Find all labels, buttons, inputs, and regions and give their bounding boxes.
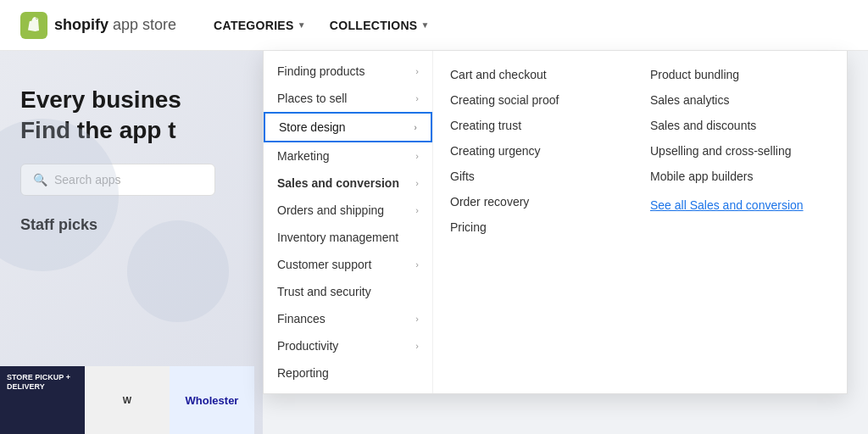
sub-item-see-all-sales[interactable]: See all Sales and conversion <box>650 195 830 215</box>
category-arrow-icon: › <box>415 259 419 270</box>
category-item-finding-products[interactable]: Finding products› <box>264 58 432 85</box>
category-item-marketing[interactable]: Marketing› <box>264 142 432 170</box>
subcategories-col-2: Product bundlingSales analyticsSales and… <box>650 64 830 380</box>
sub-item-gifts[interactable]: Gifts <box>450 166 630 186</box>
sub-item-creating-social-proof[interactable]: Creating social proof <box>450 90 630 110</box>
circle-decoration-2 <box>127 220 229 322</box>
collections-nav-button[interactable]: COLLECTIONS ▼ <box>320 12 440 39</box>
category-arrow-icon: › <box>415 66 419 76</box>
category-item-productivity[interactable]: Productivity› <box>264 332 432 359</box>
category-item-store-design[interactable]: Store design› <box>264 112 432 142</box>
category-label: Places to sell <box>277 92 347 105</box>
hero-title-line1: Every busines <box>20 85 242 115</box>
sub-item-cart-checkout[interactable]: Cart and checkout <box>450 64 630 85</box>
category-label: Marketing <box>277 149 329 163</box>
category-item-places-to-sell[interactable]: Places to sell› <box>264 85 432 112</box>
collections-nav-label: COLLECTIONS <box>330 19 418 32</box>
category-label: Finances <box>277 312 326 326</box>
category-label: Store design <box>279 120 346 134</box>
category-label: Finding products <box>277 64 365 78</box>
sub-item-creating-trust[interactable]: Creating trust <box>450 115 630 136</box>
main-nav: CATEGORIES ▼ COLLECTIONS ▼ <box>203 12 440 39</box>
category-label: Sales and conversion <box>277 176 399 190</box>
category-item-inventory-management[interactable]: Inventory management <box>264 224 432 251</box>
category-arrow-icon: › <box>415 341 419 351</box>
staff-card-1[interactable]: STORE PICKUP + DELIVERY <box>0 366 85 434</box>
sub-item-sales-discounts[interactable]: Sales and discounts <box>650 115 830 136</box>
sub-item-pricing[interactable]: Pricing <box>450 217 630 237</box>
category-arrow-icon: › <box>415 314 419 324</box>
category-label: Reporting <box>277 366 329 380</box>
category-label: Inventory management <box>277 231 398 244</box>
shopify-logo-icon <box>20 12 47 39</box>
category-item-finances[interactable]: Finances› <box>264 305 432 332</box>
category-arrow-icon: › <box>415 93 419 103</box>
categories-nav-label: CATEGORIES <box>214 19 294 32</box>
category-label: Orders and shipping <box>277 203 384 217</box>
category-label: Customer support <box>277 258 371 271</box>
sub-item-sales-analytics[interactable]: Sales analytics <box>650 90 830 110</box>
category-arrow-icon: › <box>415 151 419 161</box>
category-label: Trust and security <box>277 285 371 298</box>
staff-picks-cards: STORE PICKUP + DELIVERY W Wholester <box>0 366 263 434</box>
sub-item-mobile-app-builders[interactable]: Mobile app builders <box>650 166 830 186</box>
header: shopify app store CATEGORIES ▼ COLLECTIO… <box>0 0 868 51</box>
categories-nav-button[interactable]: CATEGORIES ▼ <box>203 12 316 39</box>
collections-chevron-icon: ▼ <box>420 20 429 30</box>
sub-item-product-bundling[interactable]: Product bundling <box>650 64 830 85</box>
dropdown-mega-menu: Finding products›Places to sell›Store de… <box>263 51 848 394</box>
sub-item-creating-urgency[interactable]: Creating urgency <box>450 141 630 161</box>
category-item-reporting[interactable]: Reporting <box>264 359 432 387</box>
category-label: Productivity <box>277 339 338 353</box>
staff-card-3[interactable]: Wholester <box>170 366 254 434</box>
subcategories-col-1: Cart and checkoutCreating social proofCr… <box>450 64 630 380</box>
logo[interactable]: shopify app store <box>20 12 176 39</box>
categories-column: Finding products›Places to sell›Store de… <box>264 51 433 393</box>
category-arrow-icon: › <box>415 205 419 215</box>
subcategories-section: Cart and checkoutCreating social proofCr… <box>433 51 847 393</box>
category-item-orders-and-shipping[interactable]: Orders and shipping› <box>264 197 432 224</box>
sub-item-upselling-cross-selling[interactable]: Upselling and cross-selling <box>650 141 830 161</box>
category-arrow-icon: › <box>415 178 419 188</box>
category-item-sales-and-conversion[interactable]: Sales and conversion› <box>264 170 432 197</box>
category-arrow-icon: › <box>414 122 417 132</box>
category-item-customer-support[interactable]: Customer support› <box>264 251 432 278</box>
staff-card-2[interactable]: W <box>85 366 170 434</box>
sub-item-order-recovery[interactable]: Order recovery <box>450 192 630 212</box>
logo-text: shopify app store <box>54 16 176 34</box>
category-item-trust-and-security[interactable]: Trust and security <box>264 278 432 305</box>
categories-chevron-icon: ▼ <box>298 20 306 30</box>
